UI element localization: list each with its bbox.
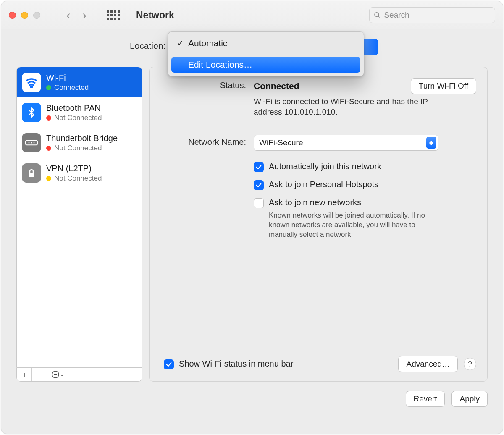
lock-icon [22, 163, 41, 183]
interface-status: Not Connected [54, 174, 102, 183]
status-dot-icon [46, 85, 51, 90]
minimize-window-button[interactable] [21, 12, 28, 19]
wifi-icon [22, 73, 41, 92]
checkmark-icon: ✓ [176, 39, 184, 48]
updown-icon [426, 137, 436, 149]
sidebar-item-wifi[interactable]: Wi-Fi Connected [17, 67, 142, 97]
location-option-automatic[interactable]: ✓ Automatic [171, 35, 360, 51]
window-controls [9, 12, 40, 19]
interface-list: Wi-Fi Connected Bluetooth PAN [16, 67, 142, 367]
ask-new-networks-label: Ask to join new networks [269, 198, 361, 207]
sidebar-item-vpn[interactable]: VPN (L2TP) Not Connected [17, 158, 142, 188]
ask-hotspot-label: Ask to join Personal Hotspots [269, 180, 378, 189]
titlebar: ‹ › Network [1, 1, 503, 29]
svg-point-6 [34, 142, 35, 144]
interface-list-toolbar: ＋ － ••• ⌄ [16, 367, 142, 382]
auto-join-label: Automatically join this network [269, 162, 381, 171]
search-input[interactable] [384, 10, 491, 20]
svg-point-0 [375, 13, 379, 17]
ask-hotspot-checkbox[interactable] [254, 180, 264, 190]
svg-point-4 [29, 142, 30, 144]
chevron-down-icon: ⌄ [60, 372, 63, 377]
show-wifi-status-label: Show Wi-Fi status in menu bar [179, 359, 293, 369]
svg-point-2 [31, 86, 32, 87]
network-name-value: WiFi-Secure [259, 138, 303, 147]
interface-status: Connected [54, 84, 89, 92]
svg-rect-7 [29, 173, 34, 177]
thunderbolt-icon [22, 133, 41, 152]
status-dot-icon [46, 115, 51, 121]
ask-new-networks-checkbox[interactable] [254, 198, 264, 208]
interface-actions-menu[interactable]: ••• ⌄ [47, 368, 68, 381]
status-value: Connected [254, 81, 299, 91]
add-interface-button[interactable]: ＋ [17, 368, 32, 381]
close-window-button[interactable] [9, 12, 16, 19]
sidebar-item-bluetooth-pan[interactable]: Bluetooth PAN Not Connected [17, 97, 142, 128]
network-name-select[interactable]: WiFi-Secure [254, 135, 438, 151]
menu-divider [176, 54, 356, 54]
interface-name: VPN (L2TP) [46, 164, 102, 173]
zoom-window-button[interactable] [33, 12, 40, 19]
location-option-label: Edit Locations… [188, 60, 355, 70]
apply-button[interactable]: Apply [452, 391, 488, 407]
interface-name: Wi-Fi [46, 73, 89, 83]
network-name-label: Network Name: [164, 135, 246, 240]
location-option-label: Automatic [188, 38, 355, 48]
ask-new-networks-hint: Known networks will be joined automatica… [269, 211, 441, 240]
location-option-edit[interactable]: Edit Locations… [171, 57, 360, 73]
location-label: Location: [130, 41, 165, 51]
sidebar-item-thunderbolt-bridge[interactable]: Thunderbolt Bridge Not Connected [17, 128, 142, 158]
status-dot-icon [46, 176, 51, 181]
revert-button[interactable]: Revert [406, 391, 445, 407]
detail-panel: Status: Connected Turn Wi-Fi Off Wi-Fi i… [149, 67, 488, 382]
interface-name: Bluetooth PAN [46, 103, 102, 113]
search-icon [374, 11, 381, 19]
status-description: Wi-Fi is connected to WiFi-Secure and ha… [254, 97, 438, 117]
svg-line-1 [378, 16, 379, 17]
status-label: Status: [164, 78, 246, 117]
location-menu: ✓ Automatic Edit Locations… [168, 31, 364, 76]
advanced-button[interactable]: Advanced… [398, 356, 458, 372]
search-field[interactable] [369, 7, 495, 23]
location-dropdown[interactable] [362, 39, 378, 55]
bluetooth-icon [22, 103, 41, 122]
show-all-preferences-button[interactable] [107, 10, 120, 20]
help-button[interactable]: ? [464, 358, 476, 370]
auto-join-checkbox[interactable] [254, 162, 264, 172]
status-dot-icon [46, 146, 51, 151]
window-title: Network [136, 10, 174, 21]
show-wifi-status-checkbox[interactable] [164, 359, 174, 369]
svg-point-5 [31, 142, 32, 144]
interface-name: Thunderbolt Bridge [46, 134, 118, 143]
turn-wifi-off-button[interactable]: Turn Wi-Fi Off [411, 78, 476, 94]
interface-status: Not Connected [54, 114, 102, 122]
remove-interface-button[interactable]: － [32, 368, 47, 381]
interface-status: Not Connected [54, 144, 102, 152]
